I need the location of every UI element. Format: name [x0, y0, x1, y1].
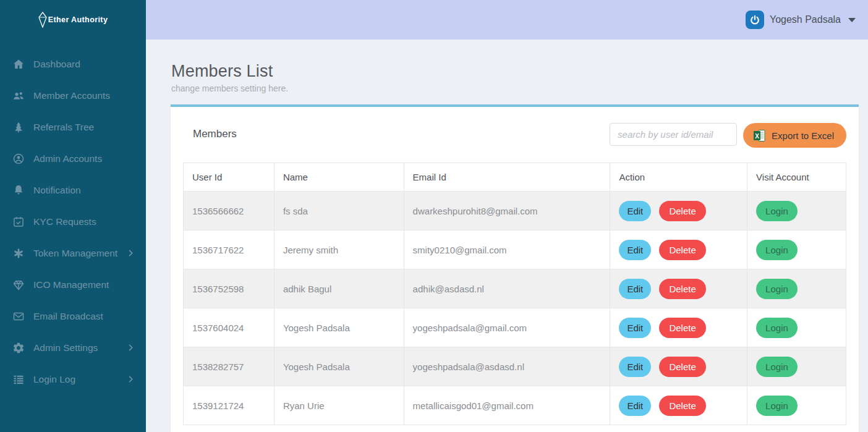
table-row: 1536752598 adhik Bagul adhik@asdasd.nl E…: [184, 269, 846, 308]
column-header-email-id: Email Id: [404, 163, 610, 192]
sidebar-item-kyc-requests[interactable]: KYC Requests: [0, 206, 146, 237]
cell-action: Edit Delete: [610, 347, 747, 386]
sidebar: Ether Authority Dashboard Member Account…: [0, 0, 146, 432]
cell-action: Edit Delete: [610, 386, 747, 425]
sidebar-item-ico-management[interactable]: ICO Management: [0, 269, 146, 300]
card-title: Members: [181, 123, 237, 148]
cell-email: dwarkeshpurohit8@gmail.com: [404, 192, 610, 231]
cell-name: fs sda: [274, 192, 404, 231]
edit-button[interactable]: Edit: [619, 279, 651, 299]
power-icon: [749, 14, 761, 26]
chevron-right-icon: [127, 249, 135, 257]
excel-icon: X: [753, 129, 766, 142]
column-header-action: Action: [610, 163, 747, 192]
svg-text:X: X: [755, 132, 759, 139]
delete-button[interactable]: Delete: [659, 318, 705, 338]
sidebar-item-login-log[interactable]: Login Log: [0, 363, 146, 395]
search-input[interactable]: [610, 123, 737, 146]
sidebar-item-label: ICO Management: [33, 279, 109, 290]
edit-button[interactable]: Edit: [619, 201, 651, 221]
table-header-row: User Id Name Email Id Action Visit Accou…: [184, 163, 846, 192]
sidebar-item-admin-accounts[interactable]: Admin Accounts: [0, 143, 146, 174]
cell-name: Ryan Urie: [274, 386, 404, 425]
sidebar-nav: Dashboard Member Accounts Referrals Tree…: [0, 48, 146, 395]
diamond-icon: [12, 279, 25, 291]
login-button[interactable]: Login: [756, 201, 798, 221]
sidebar-item-dashboard[interactable]: Dashboard: [0, 48, 146, 80]
cell-action: Edit Delete: [610, 269, 747, 308]
column-header-user-id: User Id: [184, 163, 274, 192]
delete-button[interactable]: Delete: [659, 279, 705, 299]
sidebar-item-label: Admin Settings: [33, 342, 98, 354]
sidebar-item-label: Referrals Tree: [33, 122, 94, 133]
delete-button[interactable]: Delete: [659, 396, 705, 416]
cell-email: metallicaisgod01@gmail.com: [404, 386, 610, 425]
calendar-check-icon: [12, 216, 25, 228]
cell-name: Jeremy smith: [274, 231, 404, 269]
cell-email: yogeshpadsala@asdasd.nl: [404, 347, 610, 386]
sidebar-item-label: Dashboard: [33, 59, 80, 70]
export-to-excel-button[interactable]: X Export to Excel: [743, 123, 846, 148]
avatar[interactable]: [746, 11, 764, 29]
bell-icon: [12, 184, 25, 197]
delete-button[interactable]: Delete: [659, 240, 705, 260]
cell-action: Edit Delete: [610, 308, 747, 347]
sidebar-item-label: Member Accounts: [33, 90, 110, 101]
cell-name: Yogesh Padsala: [274, 347, 404, 386]
users-icon: [12, 90, 25, 102]
table-row: 1536717622 Jeremy smith smity0210@gmail.…: [184, 231, 846, 269]
page-title: Members List: [171, 62, 868, 81]
sidebar-item-label: Token Management: [33, 248, 117, 259]
login-button[interactable]: Login: [756, 357, 798, 377]
cell-user-id: 1536717622: [184, 231, 274, 269]
cell-visit-account: Login: [747, 192, 846, 231]
sidebar-item-label: Login Log: [33, 374, 75, 385]
card-header: Members X Export to Excel: [171, 107, 859, 163]
cell-visit-account: Login: [747, 347, 846, 386]
user-name[interactable]: Yogesh Padsala: [770, 14, 841, 25]
main-content: Members List change members setting here…: [146, 40, 868, 432]
delete-button[interactable]: Delete: [659, 357, 705, 377]
cell-action: Edit Delete: [610, 192, 747, 231]
cell-user-id: 1539121724: [184, 386, 274, 425]
sidebar-item-token-management[interactable]: Token Management: [0, 237, 146, 269]
sidebar-item-notification[interactable]: Notification: [0, 174, 146, 206]
chevron-right-icon: [127, 344, 135, 352]
edit-button[interactable]: Edit: [619, 396, 651, 416]
home-icon: [12, 58, 25, 70]
sidebar-item-label: Email Broadcast: [33, 311, 103, 322]
chevron-down-icon[interactable]: [848, 18, 856, 22]
table-row: 1539121724 Ryan Urie metallicaisgod01@gm…: [184, 386, 846, 425]
sidebar-item-admin-settings[interactable]: Admin Settings: [0, 332, 146, 363]
login-button[interactable]: Login: [756, 279, 798, 299]
tree-icon: [12, 121, 25, 133]
envelope-icon: [12, 310, 25, 323]
export-label: Export to Excel: [772, 130, 834, 141]
page-subtitle: change members setting here.: [171, 83, 868, 93]
sidebar-item-email-broadcast[interactable]: Email Broadcast: [0, 300, 146, 332]
list-icon: [12, 373, 25, 386]
user-circle-icon: [12, 153, 25, 165]
login-button[interactable]: Login: [756, 318, 798, 338]
sidebar-item-member-accounts[interactable]: Member Accounts: [0, 80, 146, 111]
login-button[interactable]: Login: [756, 240, 798, 260]
edit-button[interactable]: Edit: [619, 318, 651, 338]
edit-button[interactable]: Edit: [619, 357, 651, 377]
brand-name: Ether Authority: [48, 15, 108, 24]
sidebar-item-label: KYC Requests: [33, 216, 96, 227]
cell-name: Yogesh Padsala: [274, 308, 404, 347]
delete-button[interactable]: Delete: [659, 201, 705, 221]
cell-visit-account: Login: [747, 269, 846, 308]
cell-email: yogeshpadsala@gmail.com: [404, 308, 610, 347]
sidebar-item-label: Admin Accounts: [33, 153, 102, 164]
edit-button[interactable]: Edit: [619, 240, 651, 260]
topbar: Yogesh Padsala: [146, 0, 868, 40]
cell-user-id: 1537604024: [184, 308, 274, 347]
brand-logo[interactable]: Ether Authority: [0, 0, 146, 40]
cell-user-id: 1536752598: [184, 269, 274, 308]
diamond-logo-icon: [38, 12, 47, 28]
sidebar-item-referrals-tree[interactable]: Referrals Tree: [0, 111, 146, 143]
login-button[interactable]: Login: [756, 396, 798, 416]
chevron-right-icon: [127, 375, 135, 383]
cell-name: adhik Bagul: [274, 269, 404, 308]
